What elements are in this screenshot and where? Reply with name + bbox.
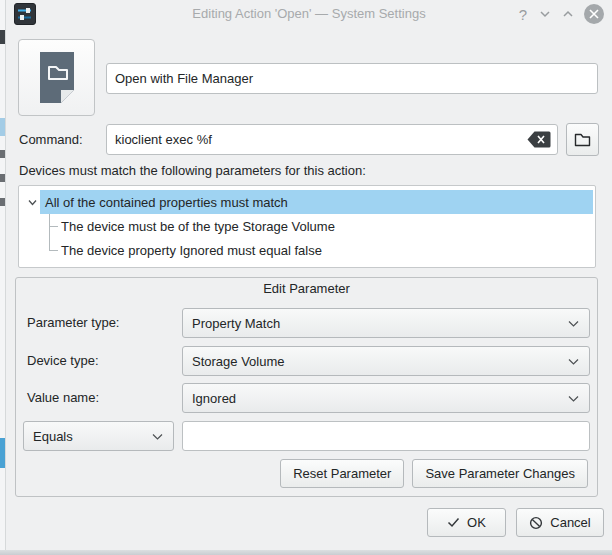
command-label: Command: xyxy=(19,132,83,147)
tree-item-device-type[interactable]: The device must be of the type Storage V… xyxy=(19,214,594,238)
browse-command-button[interactable] xyxy=(566,123,599,156)
maximize-button[interactable] xyxy=(561,7,575,21)
ok-label: OK xyxy=(467,515,486,530)
reset-parameter-button[interactable]: Reset Parameter xyxy=(280,459,404,488)
selected-value: Property Match xyxy=(192,316,280,331)
parameter-value-input[interactable] xyxy=(182,421,590,451)
close-button[interactable] xyxy=(584,4,604,24)
device-type-select[interactable]: Storage Volume xyxy=(182,346,590,376)
tree-item-label: The device must be of the type Storage V… xyxy=(61,219,335,234)
clear-text-button[interactable] xyxy=(527,131,551,148)
background-bottom-strip xyxy=(0,550,612,555)
save-parameter-changes-button[interactable]: Save Parameter Changes xyxy=(412,459,588,488)
value-name-select[interactable]: Ignored xyxy=(182,383,590,413)
parameter-type-label: Parameter type: xyxy=(27,315,120,330)
backspace-icon xyxy=(527,131,551,148)
cancel-icon xyxy=(529,516,543,530)
check-icon xyxy=(447,517,460,528)
tree-item-device-property[interactable]: The device property Ignored must equal f… xyxy=(19,238,594,262)
operator-select[interactable]: Equals xyxy=(23,421,174,451)
groupbox-title: Edit Parameter xyxy=(16,281,597,296)
selected-value: Storage Volume xyxy=(192,354,285,369)
parameter-type-select[interactable]: Property Match xyxy=(182,308,590,338)
edit-parameter-group: Edit Parameter Parameter type: Property … xyxy=(15,277,598,497)
ok-button[interactable]: OK xyxy=(427,508,506,537)
expander-chevron-icon[interactable] xyxy=(27,197,38,208)
edit-action-dialog: Editing Action 'Open' — System Settings … xyxy=(5,0,612,550)
chevron-down-icon xyxy=(151,432,164,441)
tree-item-label: The device property Ignored must equal f… xyxy=(61,243,322,258)
file-manager-icon xyxy=(34,51,80,105)
tree-item-label: All of the contained properties must mat… xyxy=(45,195,288,210)
tree-item-all-properties[interactable]: All of the contained properties must mat… xyxy=(19,190,594,214)
value-name-label: Value name: xyxy=(27,390,99,405)
help-button[interactable]: ? xyxy=(517,7,529,22)
minimize-button[interactable] xyxy=(538,7,552,21)
action-icon-button[interactable] xyxy=(18,39,95,116)
chevron-down-icon xyxy=(567,319,580,328)
selected-value: Ignored xyxy=(192,391,236,406)
cancel-label: Cancel xyxy=(550,515,590,530)
titlebar[interactable]: Editing Action 'Open' — System Settings … xyxy=(6,0,612,28)
chevron-down-icon xyxy=(567,357,580,366)
devices-match-label: Devices must match the following paramet… xyxy=(19,163,366,178)
device-type-label: Device type: xyxy=(27,353,99,368)
parameters-tree[interactable]: All of the contained properties must mat… xyxy=(18,185,596,268)
chevron-down-icon xyxy=(567,394,580,403)
folder-icon xyxy=(574,132,591,147)
action-name-input[interactable] xyxy=(106,63,598,94)
command-input[interactable] xyxy=(106,124,558,155)
cancel-button[interactable]: Cancel xyxy=(516,508,604,537)
close-icon xyxy=(589,9,599,19)
selected-value: Equals xyxy=(33,429,73,444)
